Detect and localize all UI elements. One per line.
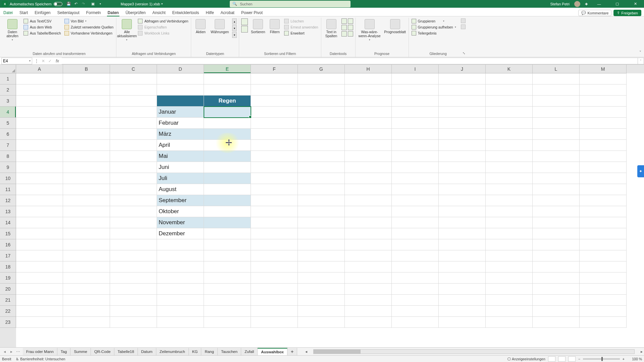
cell-M14[interactable] (580, 217, 627, 228)
spreadsheet-grid[interactable]: ABCDEFGHIJKLM 12345678910111213141516171… (0, 65, 644, 347)
cell-A12[interactable] (16, 195, 63, 206)
display-settings-button[interactable]: 🖵 Anzeigeeinstellungen (507, 357, 545, 361)
scroll-left-icon[interactable]: ◂ (304, 349, 309, 354)
cell-M9[interactable] (580, 162, 627, 173)
cell-E4[interactable] (204, 107, 251, 118)
row-header-11[interactable]: 11 (0, 184, 16, 195)
remove-dupes-button[interactable] (348, 18, 353, 24)
cell-I15[interactable] (392, 228, 439, 239)
row-header-21[interactable]: 21 (0, 295, 16, 306)
cell-A22[interactable] (16, 306, 63, 317)
cell-A8[interactable] (16, 151, 63, 162)
cell-F12[interactable] (251, 195, 298, 206)
cell-K8[interactable] (486, 151, 533, 162)
cell-H20[interactable] (345, 284, 392, 295)
undo-icon[interactable]: ↶ (72, 0, 80, 8)
cell-E18[interactable] (204, 261, 251, 273)
hide-detail-icon[interactable] (461, 24, 466, 29)
cell-K21[interactable] (486, 295, 533, 306)
cell-L21[interactable] (533, 295, 580, 306)
column-header-G[interactable]: G (298, 65, 345, 73)
cell-G17[interactable] (298, 250, 345, 261)
cell-E12[interactable] (204, 195, 251, 206)
cell-K22[interactable] (486, 306, 533, 317)
cell-J4[interactable] (439, 107, 486, 118)
relationships-button[interactable] (341, 31, 347, 37)
sheet-tab-zeilenumbruch[interactable]: Zeilenumbruch (156, 348, 189, 355)
cell-M21[interactable] (580, 295, 627, 306)
cell-D8[interactable]: Mai (157, 151, 204, 162)
cell-K20[interactable] (486, 284, 533, 295)
cell-C2[interactable] (110, 84, 157, 96)
cell-G16[interactable] (298, 239, 345, 250)
scroll-thumb[interactable] (314, 350, 361, 354)
zoom-in-button[interactable]: + (623, 357, 625, 361)
cell-B23[interactable] (63, 317, 110, 328)
cell-A20[interactable] (16, 284, 63, 295)
cell-C16[interactable] (110, 239, 157, 250)
cell-E15[interactable] (204, 228, 251, 239)
cell-D20[interactable] (157, 284, 204, 295)
menu-tab-ansicht[interactable]: Ansicht (149, 9, 169, 16)
cell-A17[interactable] (16, 250, 63, 261)
sheet-tab-auswahlbox[interactable]: Auswahlbox (258, 348, 287, 355)
cell-D16[interactable] (157, 239, 204, 250)
cell-K17[interactable] (486, 250, 533, 261)
cell-H22[interactable] (345, 306, 392, 317)
cell-D17[interactable] (157, 250, 204, 261)
cell-F8[interactable] (251, 151, 298, 162)
cell-I10[interactable] (392, 173, 439, 184)
cell-E23[interactable] (204, 317, 251, 328)
cell-L18[interactable] (533, 261, 580, 273)
cell-D21[interactable] (157, 295, 204, 306)
cell-H12[interactable] (345, 195, 392, 206)
cell-M22[interactable] (580, 306, 627, 317)
sheet-tab-tauschen[interactable]: Tauschen (218, 348, 241, 355)
cell-F21[interactable] (251, 295, 298, 306)
cell-B12[interactable] (63, 195, 110, 206)
cell-A18[interactable] (16, 261, 63, 273)
cell-A5[interactable] (16, 118, 63, 129)
cell-J3[interactable] (439, 96, 486, 107)
cell-D13[interactable]: Oktober (157, 206, 204, 217)
sheet-tab-rang[interactable]: Rang (201, 348, 218, 355)
cell-B11[interactable] (63, 184, 110, 195)
cell-J9[interactable] (439, 162, 486, 173)
page-break-view-button[interactable] (568, 356, 576, 362)
diamond-icon[interactable]: ◈ (585, 2, 588, 6)
cell-G4[interactable] (298, 107, 345, 118)
column-header-H[interactable]: H (345, 65, 392, 73)
cell-F20[interactable] (251, 284, 298, 295)
cell-G18[interactable] (298, 261, 345, 273)
cell-B7[interactable] (63, 140, 110, 151)
currencies-button[interactable]: Währungen (210, 18, 229, 34)
recent-sources-button[interactable]: Zuletzt verwendete Quellen (64, 24, 114, 30)
chevron-down-icon[interactable]: ▾ (29, 59, 31, 62)
cell-I21[interactable] (392, 295, 439, 306)
cell-E19[interactable] (204, 273, 251, 284)
cell-A19[interactable] (16, 273, 63, 284)
cell-A3[interactable] (16, 96, 63, 107)
cell-A10[interactable] (16, 173, 63, 184)
cell-G12[interactable] (298, 195, 345, 206)
redo-icon[interactable]: ↷ (80, 0, 87, 8)
cell-J21[interactable] (439, 295, 486, 306)
menu-tab-datei[interactable]: Datei (0, 9, 16, 16)
comments-button[interactable]: 💬 Kommentare (578, 10, 611, 16)
cell-K13[interactable] (486, 206, 533, 217)
from-text-csv-button[interactable]: Aus Text/CSV (23, 18, 62, 24)
cancel-formula-icon[interactable]: ✕ (40, 59, 46, 63)
cell-C21[interactable] (110, 295, 157, 306)
cell-D1[interactable] (157, 73, 204, 84)
row-header-12[interactable]: 12 (0, 195, 16, 206)
cell-L12[interactable] (533, 195, 580, 206)
cell-E11[interactable] (204, 184, 251, 195)
cell-H10[interactable] (345, 173, 392, 184)
cell-L10[interactable] (533, 173, 580, 184)
cell-G3[interactable] (298, 96, 345, 107)
cell-I6[interactable] (392, 129, 439, 140)
cell-B5[interactable] (63, 118, 110, 129)
cell-K14[interactable] (486, 217, 533, 228)
camera-icon[interactable]: ▣ (89, 0, 97, 8)
cell-D11[interactable]: August (157, 184, 204, 195)
